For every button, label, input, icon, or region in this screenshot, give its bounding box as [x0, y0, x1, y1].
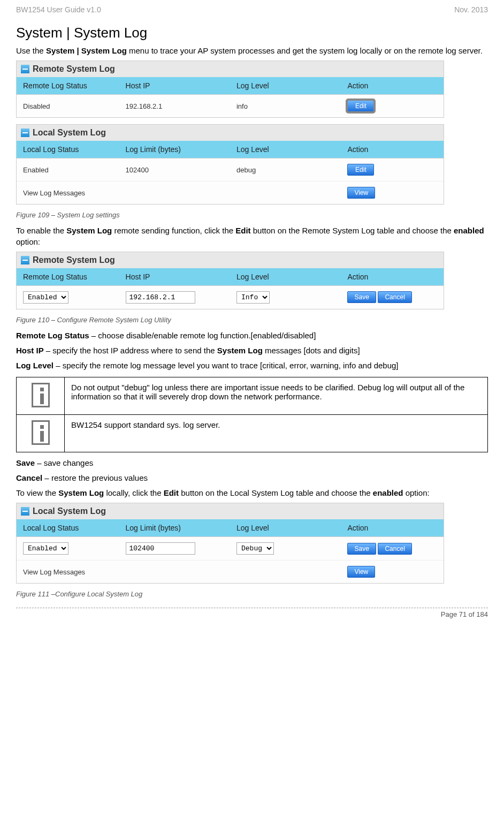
local-log-table: Local Log Status Log Limit (bytes) Log L… — [17, 141, 444, 204]
info-text: Do not output "debug" log unless there a… — [65, 377, 488, 414]
th-limit: Log Limit (bytes) — [119, 141, 230, 158]
text-bold: Edit — [235, 226, 250, 235]
info-text: BW1254 support standard sys. log server. — [65, 414, 488, 452]
text: – save changes — [35, 458, 93, 467]
text: – choose disable/enable remote log funct… — [89, 331, 316, 340]
text: locally, click the — [104, 488, 163, 497]
cell-limit — [119, 537, 230, 561]
paragraph: To view the System Log locally, click th… — [16, 488, 488, 498]
table-row: Enabled Info Save Cancel — [17, 285, 444, 309]
status-select[interactable]: Enabled — [23, 291, 68, 304]
info-row: Do not output "debug" log unless there a… — [17, 377, 488, 414]
th-action: Action — [341, 519, 444, 537]
text: – specify the host IP address where to s… — [44, 346, 217, 355]
limit-input[interactable] — [126, 542, 195, 555]
cell-action: Edit — [341, 158, 444, 181]
view-button[interactable]: View — [347, 187, 375, 199]
desc-cancel: Cancel – restore the previous values — [16, 473, 488, 483]
text-bold: Host IP — [16, 346, 44, 355]
table-row: View Log Messages View — [17, 561, 444, 584]
text-bold: enabled — [454, 226, 484, 235]
doc-date: Nov. 2013 — [454, 5, 488, 14]
status-select[interactable]: Enabled — [23, 542, 68, 555]
intro-paragraph: Use the System | System Log menu to trac… — [16, 46, 488, 56]
th-action: Action — [341, 268, 444, 286]
cancel-button[interactable]: Cancel — [378, 543, 411, 555]
cell-action: View — [341, 561, 444, 584]
cell-status: Enabled — [17, 537, 119, 561]
th-action: Action — [341, 141, 444, 158]
th-status: Local Log Status — [17, 519, 119, 537]
cell-loglevel: Info — [230, 285, 341, 309]
remote-log-table: Remote Log Status Host IP Log Level Acti… — [17, 77, 444, 117]
cell-action: View — [341, 181, 444, 205]
table-row: Enabled 102400 debug Edit — [17, 158, 444, 181]
th-hostip: Host IP — [119, 268, 230, 286]
text-bold: Cancel — [16, 473, 42, 482]
panel-title-text: Local System Log — [33, 128, 106, 138]
text-bold: System Log — [66, 226, 112, 235]
info-table: Do not output "debug" log unless there a… — [16, 377, 488, 452]
text: messages [dots and digits] — [263, 346, 360, 355]
panel-icon — [21, 507, 29, 516]
th-action: Action — [341, 77, 444, 95]
cell-loglevel: info — [230, 95, 341, 118]
page-footer: Page 71 of 184 — [16, 610, 488, 618]
loglevel-select[interactable]: Debug — [236, 542, 274, 555]
page-title: System | System Log — [16, 25, 488, 41]
th-loglevel: Log Level — [230, 519, 341, 537]
text: option: — [16, 237, 40, 246]
edit-button[interactable]: Edit — [347, 100, 374, 112]
text-bold: Log Level — [16, 361, 54, 370]
th-status: Remote Log Status — [17, 268, 119, 286]
panel-title: Remote System Log — [17, 61, 444, 77]
panel-icon — [21, 65, 29, 73]
text: button on the Local System Log table and… — [179, 488, 373, 497]
th-loglevel: Log Level — [230, 268, 341, 286]
th-status: Remote Log Status — [17, 77, 119, 95]
remote-log-edit-table: Remote Log Status Host IP Log Level Acti… — [17, 268, 444, 309]
text-bold: System Log — [217, 346, 263, 355]
cell-action: Edit — [341, 95, 444, 118]
paragraph: To enable the System Log remote sending … — [16, 225, 488, 247]
cell-action: Save Cancel — [341, 537, 444, 561]
divider — [16, 608, 488, 608]
save-button[interactable]: Save — [347, 291, 376, 303]
page-header: BW1254 User Guide v1.0 Nov. 2013 — [16, 5, 488, 14]
figure-caption-109: Figure 109 – System Log settings — [16, 211, 488, 219]
figure-caption-111: Figure 111 –Configure Local System Log — [16, 590, 488, 598]
desc-hostip: Host IP – specify the host IP address wh… — [16, 345, 488, 356]
cell-loglevel: Debug — [230, 537, 341, 561]
info-icon — [32, 420, 50, 445]
text-bold: Save — [16, 458, 35, 467]
cell-viewlog: View Log Messages — [17, 181, 341, 205]
remote-system-log-panel: Remote System Log Remote Log Status Host… — [16, 60, 444, 118]
th-hostip: Host IP — [119, 77, 230, 95]
panel-icon — [21, 128, 29, 137]
local-log-edit-table: Local Log Status Log Limit (bytes) Log L… — [17, 519, 444, 583]
save-button[interactable]: Save — [347, 543, 376, 555]
text: option: — [403, 488, 429, 497]
text-bold: System | System Log — [46, 46, 127, 55]
text: remote sending function, click the — [112, 226, 235, 235]
info-row: BW1254 support standard sys. log server. — [17, 414, 488, 452]
info-icon-cell — [17, 377, 65, 414]
table-row: View Log Messages View — [17, 181, 444, 205]
figure-caption-110: Figure 110 – Configure Remote System Log… — [16, 316, 488, 324]
th-loglevel: Log Level — [230, 77, 341, 95]
text: button on the Remote System Log table an… — [251, 226, 454, 235]
table-row: Disabled 192.168.2.1 info Edit — [17, 95, 444, 118]
cancel-button[interactable]: Cancel — [378, 291, 411, 303]
cell-status: Enabled — [17, 158, 119, 181]
view-button[interactable]: View — [347, 566, 375, 578]
cell-loglevel: debug — [230, 158, 341, 181]
hostip-input[interactable] — [126, 291, 195, 304]
text: menu to trace your AP system processes a… — [127, 46, 483, 55]
desc-save: Save – save changes — [16, 458, 488, 468]
desc-remote-status: Remote Log Status – choose disable/enabl… — [16, 330, 488, 341]
edit-button[interactable]: Edit — [347, 164, 374, 176]
cell-limit: 102400 — [119, 158, 230, 181]
loglevel-select[interactable]: Info — [236, 291, 270, 304]
cell-status: Disabled — [17, 95, 119, 118]
remote-system-log-edit-panel: Remote System Log Remote Log Status Host… — [16, 252, 444, 309]
